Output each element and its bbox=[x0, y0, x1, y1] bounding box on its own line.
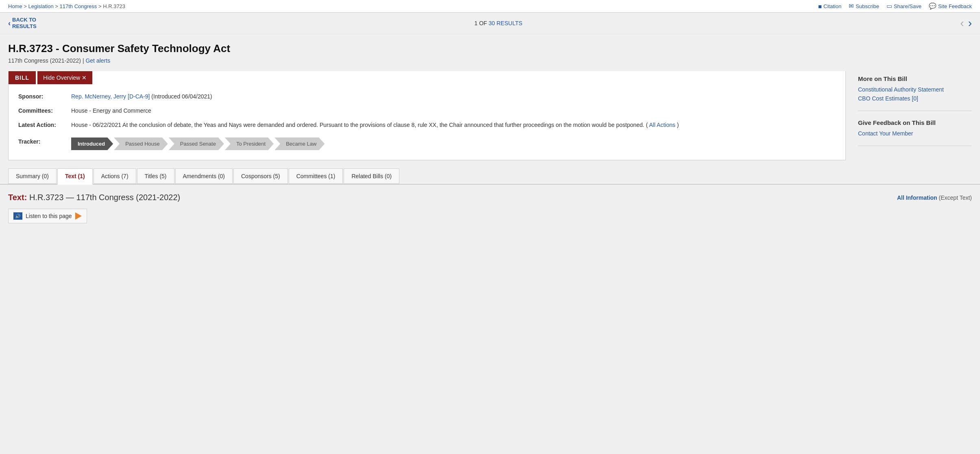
results-count: 1 OF 30 RESULTS bbox=[475, 20, 523, 26]
back-to-results[interactable]: ‹ BACK TORESULTS bbox=[8, 17, 37, 29]
tab-committees[interactable]: Committees (1) bbox=[289, 168, 343, 184]
top-bar: Home > Legislation > 117th Congress > H.… bbox=[0, 0, 980, 13]
prev-result-arrow[interactable]: ‹ bbox=[960, 17, 964, 30]
tracker-step-became-law: Became Law bbox=[274, 138, 324, 150]
breadcrumb-legislation[interactable]: Legislation bbox=[28, 3, 54, 9]
latest-action-value: House - 06/22/2021 At the conclusion of … bbox=[71, 121, 836, 129]
tracker-step-to-president: To President bbox=[225, 138, 274, 150]
contact-member-link[interactable]: Contact Your Member bbox=[858, 130, 972, 137]
hide-overview-button[interactable]: Hide Overview ✕ bbox=[37, 71, 92, 84]
site-feedback-link[interactable]: 💬 Site Feedback bbox=[929, 2, 972, 10]
get-alerts-link[interactable]: Get alerts bbox=[85, 57, 110, 64]
text-section: Text: H.R.3723 — 117th Congress (2021-20… bbox=[0, 185, 980, 231]
chat-icon: 💬 bbox=[929, 2, 936, 10]
bill-overview-header: BILL Hide Overview ✕ bbox=[9, 71, 845, 84]
more-on-bill-section: More on This Bill Constitutional Authori… bbox=[858, 75, 972, 111]
breadcrumb: Home > Legislation > 117th Congress > H.… bbox=[8, 3, 125, 9]
content-main: BILL Hide Overview ✕ Sponsor: Rep. McNer… bbox=[8, 71, 846, 160]
bill-overview: BILL Hide Overview ✕ Sponsor: Rep. McNer… bbox=[8, 71, 846, 160]
bill-overview-body: Sponsor: Rep. McNerney, Jerry [D-CA-9] (… bbox=[9, 84, 845, 160]
tab-cosponsors[interactable]: Cosponsors (5) bbox=[233, 168, 288, 184]
breadcrumb-home[interactable]: Home bbox=[8, 3, 22, 9]
share-save-link[interactable]: ▭ Share/Save bbox=[886, 2, 921, 10]
breadcrumb-current: H.R.3723 bbox=[103, 3, 125, 9]
tab-summary[interactable]: Summary (0) bbox=[8, 168, 57, 184]
sponsor-row: Sponsor: Rep. McNerney, Jerry [D-CA-9] (… bbox=[18, 92, 836, 101]
tracker-step-introduced: Introduced bbox=[71, 138, 113, 150]
listen-label: Listen to this page bbox=[26, 213, 72, 219]
tracker-step-passed-house: Passed House bbox=[114, 138, 168, 150]
content-layout: BILL Hide Overview ✕ Sponsor: Rep. McNer… bbox=[8, 71, 972, 160]
tracker-label: Tracker: bbox=[18, 135, 71, 150]
results-total-link[interactable]: 30 RESULTS bbox=[489, 20, 523, 26]
bill-tab: BILL bbox=[9, 71, 36, 84]
back-arrow-icon: ‹ bbox=[8, 19, 11, 28]
sponsor-value: Rep. McNerney, Jerry [D-CA-9] (Introduce… bbox=[71, 92, 836, 101]
citation-link[interactable]: ■ Citation bbox=[818, 3, 841, 10]
share-icon: ▭ bbox=[886, 2, 892, 10]
breadcrumb-congress[interactable]: 117th Congress bbox=[60, 3, 97, 9]
tab-related-bills[interactable]: Related Bills (0) bbox=[344, 168, 399, 184]
nav-row: ‹ BACK TORESULTS 1 OF 30 RESULTS ‹ › bbox=[0, 13, 980, 34]
subscribe-link[interactable]: ✉ Subscribe bbox=[849, 2, 879, 10]
all-info-section: All Information (Except Text) bbox=[897, 194, 972, 201]
latest-action-row: Latest Action: House - 06/22/2021 At the… bbox=[18, 121, 836, 129]
committees-value: House - Energy and Commerce bbox=[71, 107, 836, 115]
play-icon bbox=[75, 212, 82, 220]
committees-row: Committees: House - Energy and Commerce bbox=[18, 107, 836, 115]
sponsor-label: Sponsor: bbox=[18, 92, 71, 101]
next-result-arrow[interactable]: › bbox=[968, 17, 972, 30]
tab-actions[interactable]: Actions (7) bbox=[94, 168, 136, 184]
constitutional-authority-link[interactable]: Constitutional Authority Statement bbox=[858, 86, 972, 93]
cbo-cost-link[interactable]: CBO Cost Estimates [0] bbox=[858, 95, 972, 102]
main-content: H.R.3723 - Consumer Safety Technology Ac… bbox=[0, 34, 980, 160]
listen-speaker-icon: 🔊 bbox=[13, 212, 22, 220]
tab-text[interactable]: Text (1) bbox=[57, 168, 93, 185]
bill-title: H.R.3723 - Consumer Safety Technology Ac… bbox=[8, 42, 972, 55]
more-on-bill-title: More on This Bill bbox=[858, 75, 972, 82]
latest-action-label: Latest Action: bbox=[18, 121, 71, 129]
text-label: Text: bbox=[8, 193, 27, 202]
tab-amendments[interactable]: Amendments (0) bbox=[175, 168, 233, 184]
content-sidebar: More on This Bill Constitutional Authori… bbox=[858, 71, 972, 154]
tabs-row: Summary (0) Text (1) Actions (7) Titles … bbox=[0, 160, 980, 185]
all-actions-link[interactable]: All Actions bbox=[649, 122, 675, 128]
tracker-row: Tracker: Introduced Passed House Passed … bbox=[18, 135, 836, 150]
nav-arrows: ‹ › bbox=[960, 17, 972, 30]
sponsor-link[interactable]: Rep. McNerney, Jerry [D-CA-9] bbox=[71, 93, 150, 100]
top-actions: ■ Citation ✉ Subscribe ▭ Share/Save 💬 Si… bbox=[818, 2, 972, 10]
give-feedback-title: Give Feedback on This Bill bbox=[858, 119, 972, 126]
document-icon: ■ bbox=[818, 3, 822, 10]
text-title: H.R.3723 — 117th Congress (2021-2022) bbox=[29, 193, 180, 202]
tracker-steps: Introduced Passed House Passed Senate To… bbox=[71, 138, 325, 150]
text-section-title: Text: H.R.3723 — 117th Congress (2021-20… bbox=[8, 193, 180, 202]
all-info-suffix: (Except Text) bbox=[939, 194, 972, 201]
committees-label: Committees: bbox=[18, 107, 71, 115]
tab-titles[interactable]: Titles (5) bbox=[137, 168, 174, 184]
text-section-header: Text: H.R.3723 — 117th Congress (2021-20… bbox=[8, 193, 972, 202]
bill-subtitle: 117th Congress (2021-2022) | Get alerts bbox=[8, 57, 972, 64]
listen-button[interactable]: 🔊 Listen to this page bbox=[8, 209, 87, 223]
give-feedback-section: Give Feedback on This Bill Contact Your … bbox=[858, 119, 972, 146]
tracker-step-passed-senate: Passed Senate bbox=[169, 138, 224, 150]
email-icon: ✉ bbox=[849, 2, 854, 10]
all-info-link[interactable]: All Information bbox=[897, 194, 937, 201]
